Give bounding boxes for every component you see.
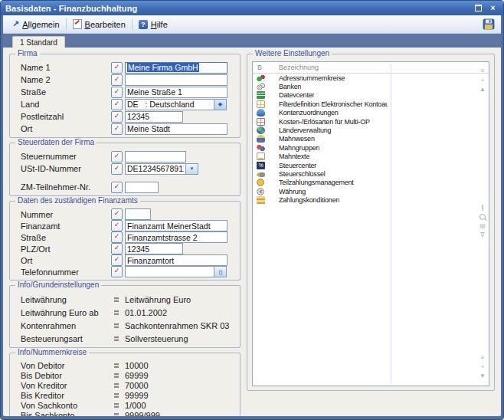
list-item[interactable]: Banken (253, 82, 489, 90)
land-input[interactable]: DE : Deutschland (125, 99, 214, 110)
filter-definition-icon (257, 100, 265, 108)
zm-teilnehmer-input[interactable] (125, 182, 159, 193)
dropdown-button[interactable]: ▼ (186, 163, 198, 175)
column-header-b[interactable]: B (257, 64, 279, 71)
form-row: Ort ✓ (15, 123, 235, 135)
banks-icon (257, 83, 265, 90)
dunning-groups-icon (257, 144, 265, 152)
edit-check-icon[interactable]: ✓ (111, 231, 123, 243)
edit-check-icon[interactable]: ✓ (111, 111, 123, 123)
ort-input[interactable] (125, 123, 227, 135)
search-icon[interactable] (479, 214, 486, 220)
info-value: 70000 (125, 381, 149, 390)
edit-check-icon[interactable]: ✓ (111, 208, 123, 220)
list-item[interactable]: Adressnummernkreise (253, 74, 489, 82)
scroll-lines-icon[interactable]: ≡ (481, 355, 485, 361)
list-item[interactable]: Steuerschlüssel (253, 169, 489, 178)
plz-ort-input[interactable] (125, 243, 183, 254)
equals-icon (114, 403, 119, 408)
info-row: Bis Kreditor 99999 (15, 390, 235, 400)
menu-item-bearbeiten[interactable]: Bearbeiten (68, 18, 130, 31)
fieldset-finanzamt: Daten des zuständigen Finanzamts Nummer … (9, 201, 241, 281)
form-row: ZM-Teilnehmer-Nr. ✓ (15, 181, 235, 193)
fieldset-grundeinstellungen: Info/Grundeinstellungen Leitwährung Leit… (9, 285, 241, 348)
settings-list: B Bezeichnung Adressnummernkreise Banken (252, 61, 489, 386)
list-item[interactable]: Datevcenter (253, 91, 489, 100)
fieldset-legend: Daten des zuständigen Finanzamts (15, 196, 140, 205)
list-item[interactable]: Kontenzuordnungen (253, 109, 489, 117)
list-item[interactable]: % Steuercenter (253, 161, 489, 169)
info-row: Leitwährung Leitwährung Euro (15, 293, 235, 306)
edit-check-icon[interactable]: ✓ (111, 163, 123, 175)
list-item[interactable]: Kosten-/Erlösarten für Multi-OP (253, 117, 489, 126)
info-label: Bis Debitor (21, 371, 111, 380)
column-header-bezeichnung[interactable]: Bezeichnung (279, 64, 319, 71)
equals-icon (114, 363, 119, 368)
form-row: Land ✓ DE : Deutschland ◆ (15, 98, 235, 110)
filter-icon[interactable]: ∇ (480, 232, 484, 238)
name1-input[interactable]: Meine Firma GmbH (125, 62, 227, 74)
menu-item-hilfe[interactable]: ? Hilfe (134, 18, 172, 31)
edit-check-icon[interactable]: ✓ (111, 254, 123, 266)
phone-dial-button[interactable]: (·) (214, 266, 227, 277)
close-button[interactable]: × (487, 3, 499, 13)
nummer-input[interactable] (125, 208, 151, 220)
ustid-combo: ▼ (125, 163, 198, 175)
ustid-input[interactable] (125, 163, 186, 175)
edit-check-icon[interactable]: ✓ (111, 123, 123, 135)
chevron-down-icon: ▼ (190, 166, 195, 171)
restore-button[interactable] (473, 3, 484, 13)
spinner-button[interactable]: ◆ (214, 99, 227, 110)
edit-check-icon[interactable]: ✓ (111, 87, 123, 98)
info-label: Besteuerungsart (21, 334, 111, 343)
scroll-add-icon[interactable]: + (481, 364, 485, 370)
steuernummer-input[interactable] (125, 151, 186, 162)
edit-check-icon[interactable]: ✓ (111, 182, 123, 193)
edit-check-icon[interactable]: ✓ (111, 74, 123, 86)
menu-item-allgemein[interactable]: ↗ Allgemein (8, 18, 64, 31)
field-label: Name 2 (21, 75, 111, 84)
list-item[interactable]: Teilzahlungsmanagement (253, 179, 489, 187)
equals-icon (114, 393, 119, 398)
edit-check-icon[interactable]: ✓ (111, 220, 123, 231)
toolbar-separator (66, 18, 67, 30)
edit-check-icon[interactable]: ✓ (111, 266, 123, 277)
edit-check-icon[interactable]: ✓ (111, 151, 123, 162)
field-label: Ort (21, 256, 111, 265)
list-item[interactable]: Länderverwaltung (253, 126, 489, 134)
scroll-up-icon[interactable]: ▲ (479, 87, 486, 93)
list-item[interactable]: Mahngruppen (253, 143, 489, 152)
left-column: Firma Name 1 ✓ Meine Firma GmbH Name 2 ✓… (9, 54, 241, 395)
list-item[interactable]: € Währung (253, 187, 489, 195)
scroll-add-icon[interactable]: + (481, 77, 485, 84)
finanzamt-input[interactable] (125, 220, 227, 231)
info-value: Leitwährung Euro (125, 295, 191, 304)
form-row: Ort ✓ (15, 254, 235, 266)
form-row: Postleitzahl ✓ (15, 110, 235, 123)
field-label: USt-ID-Nummer (21, 164, 111, 173)
scroll-top-icon[interactable]: ≡ (481, 68, 485, 74)
strasse-input[interactable] (125, 87, 227, 98)
sort-icon[interactable]: ▤ (479, 223, 486, 229)
postleitzahl-input[interactable] (125, 111, 183, 123)
info-row: Von Sachkonto 1/000 (15, 400, 235, 410)
finanzamt-ort-input[interactable] (125, 254, 227, 266)
menu-label: Hilfe (151, 20, 168, 29)
info-label: Kontenrahmen (21, 321, 111, 330)
edit-check-icon[interactable]: ✓ (111, 243, 123, 254)
save-button[interactable] (481, 18, 496, 31)
list-item[interactable]: Mahntexte (253, 153, 489, 161)
telefonnummer-input[interactable] (125, 266, 214, 277)
name2-input[interactable] (125, 74, 227, 86)
list-item[interactable]: Zahlungskonditionen (253, 195, 489, 204)
equals-icon (114, 297, 119, 302)
edit-check-icon[interactable]: ✓ (111, 62, 123, 74)
edit-check-icon[interactable]: ✓ (111, 99, 123, 110)
tab-standard[interactable]: 1 Standard (12, 36, 65, 48)
list-item[interactable]: Filterdefinition Elektronischer Kontoaus… (253, 100, 489, 108)
list-item[interactable]: Mahnwesen (253, 135, 489, 143)
clip-icon[interactable]: ∥ (481, 205, 484, 211)
scroll-down-icon[interactable]: ▼ (479, 373, 486, 379)
finanzamt-strasse-input[interactable] (125, 231, 227, 243)
form-row: Name 2 ✓ (15, 74, 235, 86)
